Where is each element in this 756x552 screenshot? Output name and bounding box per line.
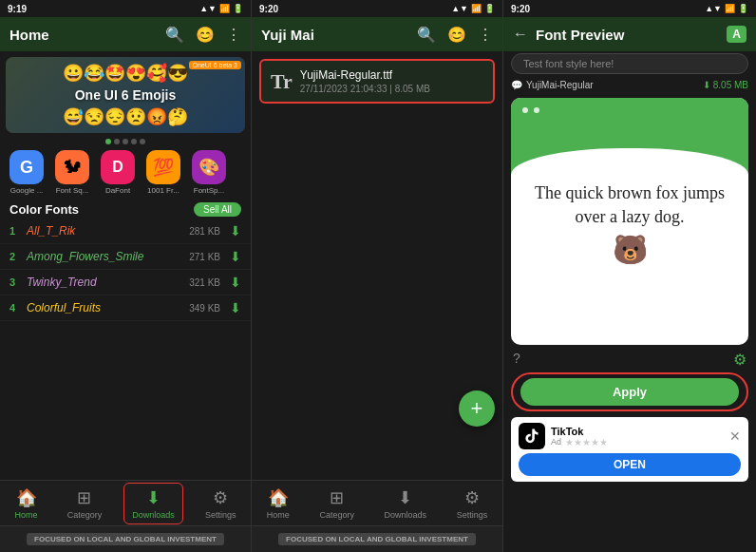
yujimai-title: Yuji Mai [261,27,314,43]
test-placeholder: Test font style here! [523,58,614,69]
font-size-4: 349 KB [182,303,220,314]
font-num-3: 3 [9,276,21,288]
nav-settings-label-2: Settings [457,510,488,520]
source-label-fontsp: FontSp... [194,186,224,195]
settings-icon-2: ⚙ [464,487,480,508]
source-fontsquirrel[interactable]: 🐿 Font Sq... [51,150,93,195]
sources-row: G Google ... 🐿 Font Sq... D DaFont 💯 100… [0,148,251,199]
yujimai-search-button[interactable]: 🔍 [417,26,436,44]
nav-category-2[interactable]: ⊞ Category [312,484,362,523]
source-label-google: Google ... [10,186,44,195]
preview-title: Font Preview [536,27,624,43]
font-item-4[interactable]: 4 Colorful_Fruits 349 KB ⬇ [0,295,251,321]
font-size-2: 271 KB [182,252,220,262]
font-num-2: 2 [9,251,21,262]
nav-downloads-2[interactable]: ⬇ Downloads [377,484,435,523]
back-button[interactable]: ← [513,26,528,43]
search-button[interactable]: 🔍 [165,26,184,44]
ad-text-2: FOCUSED ON LOCAL AND GLOBAL INVESTMENT [278,533,476,545]
top-bar-preview: ← Font Preview A [503,17,756,51]
font-preview-icon-btn[interactable]: A [727,26,747,43]
source-label-dafont: DaFont [105,186,130,195]
panel-font-preview: 9:20 ▲▼ 📶 🔋 ← Font Preview A Test font s… [503,0,756,552]
download-icon-2[interactable]: ⬇ [230,249,241,264]
source-google[interactable]: G Google ... [6,150,47,195]
nav-settings-1[interactable]: ⚙ Settings [198,484,244,523]
battery-icon-2: 🔋 [484,4,495,13]
banner-emojis-top: 😀😂🤩😍🥰😎 [63,63,188,84]
font-size-value: 8.05 MB [713,80,748,90]
signal-icon: 📶 [219,4,230,13]
preview-green-top [511,98,748,174]
yujimai-emoji-button[interactable]: 😊 [447,26,466,44]
font-item-2[interactable]: 2 Among_Flowers_Smile 271 KB ⬇ [0,244,251,270]
dot-1 [105,139,111,144]
network-icon-3: ▲▼ [705,4,722,13]
source-icon-1001fr: 💯 [146,150,180,184]
settings-green-icon[interactable]: ⚙ [733,351,747,369]
font-item-1[interactable]: 1 All_T_Rik 281 KB ⬇ [0,219,251,244]
source-1001fr[interactable]: 💯 1001 Fr... [142,150,184,195]
home-title: Home [9,27,49,43]
help-icon[interactable]: ? [513,351,520,369]
battery-icon-3: 🔋 [738,4,748,13]
nav-home-label-2: Home [267,510,290,520]
font-name-display: YujiMai-Regular [526,80,594,90]
top-bar-icons: 🔍 😊 ⋮ [165,26,241,44]
ad-banner-2: FOCUSED ON LOCAL AND GLOBAL INVESTMENT [252,525,502,552]
tiktok-logo [519,423,545,449]
tiktok-open-button[interactable]: OPEN [519,453,741,476]
font-item-3[interactable]: 3 Twinky_Trend 321 KB ⬇ [0,270,251,295]
font-file-name: YujiMai-Regular.ttf [300,68,483,82]
dot-5 [140,139,145,144]
sell-all-button[interactable]: Sell All [194,202,241,217]
bottom-nav-1: 🏠 Home ⊞ Category ⬇ Downloads ⚙ Settings [0,480,251,525]
source-icon-fontsquirrel: 🐿 [55,150,89,184]
font-preview-area: The quick brown fox jumps over a lazy do… [511,98,748,345]
tiktok-ad: TikTok Ad ★★★★★ ✕ OPEN [511,417,748,482]
network-icon: ▲▼ [199,4,217,13]
home-icon-1: 🏠 [16,487,37,508]
nav-downloads-1[interactable]: ⬇ Downloads [123,483,183,524]
tiktok-close-icon[interactable]: ✕ [729,428,741,444]
test-input-bar[interactable]: Test font style here! [511,53,748,74]
emoji-button[interactable]: 😊 [196,26,215,44]
nav-category-label-2: Category [319,510,354,520]
download-icon-1[interactable]: ⬇ [230,223,241,238]
panel-yujimai: 9:20 ▲▼ 📶 🔋 Yuji Mai 🔍 😊 ⋮ Tr YujiMai-Re… [252,0,503,552]
download-size-icon: ⬇ [703,80,710,90]
font-name-3: Twinky_Trend [27,276,177,289]
download-icon-4[interactable]: ⬇ [230,300,241,315]
nav-home-2[interactable]: 🏠 Home [259,484,297,523]
font-info-left: 💬 YujiMai-Regular [511,80,594,90]
nav-home-1[interactable]: 🏠 Home [8,484,46,523]
source-fontsp[interactable]: 🎨 FontSp... [188,150,230,195]
banner-title: One UI 6 Emojis [75,87,177,103]
ad-text-1: FOCUSED ON LOCAL AND GLOBAL INVESTMENT [27,533,224,545]
more-button[interactable]: ⋮ [226,26,241,44]
download-icon-3[interactable]: ⬇ [230,275,241,290]
font-name-1: All_T_Rik [27,224,177,238]
status-icons-2: ▲▼ 📶 🔋 [451,4,495,13]
status-bar-3: 9:20 ▲▼ 📶 🔋 [503,0,756,17]
source-dafont[interactable]: D DaFont [97,150,139,195]
bottom-nav-2: 🏠 Home ⊞ Category ⬇ Downloads ⚙ Settings [252,480,502,525]
font-file-item[interactable]: Tr YujiMai-Regular.ttf 27/11/2023 21:04:… [259,59,495,104]
fab-button[interactable]: + [459,390,495,427]
tiktok-ad-header: TikTok Ad ★★★★★ ✕ [519,423,741,449]
font-list: 1 All_T_Rik 281 KB ⬇ 2 Among_Flowers_Smi… [0,219,251,480]
font-num-1: 1 [9,225,21,237]
status-icons-1: ▲▼ 📶 🔋 [199,4,243,13]
nav-settings-2[interactable]: ⚙ Settings [449,484,496,523]
yujimai-more-button[interactable]: ⋮ [478,26,493,44]
banner[interactable]: 😀😂🤩😍🥰😎 😅😒😔😟😡🤔 OneUI 6 beta 3 One UI 6 Em… [6,57,245,133]
nav-category-1[interactable]: ⊞ Category [60,484,110,523]
dot-4 [131,139,137,144]
font-name-4: Colorful_Fruits [27,301,177,314]
apply-button[interactable]: Apply [520,378,739,406]
signal-icon-2: 📶 [471,4,482,13]
time-2: 9:20 [259,4,278,14]
nav-downloads-label-2: Downloads [385,510,427,520]
font-info-row: 💬 YujiMai-Regular ⬇ 8.05 MB [503,78,756,92]
font-size-1: 281 KB [182,226,220,237]
